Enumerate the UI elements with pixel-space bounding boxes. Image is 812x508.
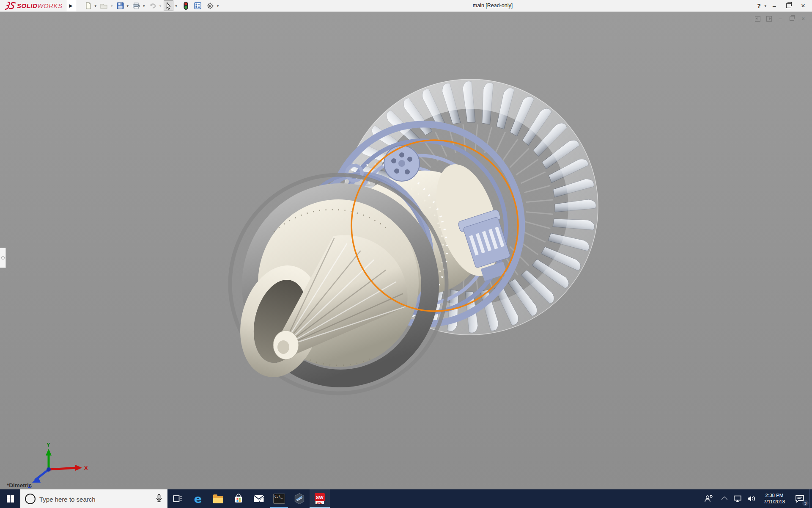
volume-button[interactable] [744, 489, 759, 508]
cone-tip-hole [277, 340, 289, 354]
tray-date: 7/11/2018 [764, 499, 785, 505]
orientation-triad: Y X Z [28, 442, 88, 489]
taskbar-search[interactable] [20, 489, 167, 508]
print-dropdown[interactable]: ▾ [143, 4, 145, 8]
tray-overflow-button[interactable] [718, 489, 731, 508]
print-button[interactable] [131, 0, 141, 11]
properties-list-icon [194, 2, 201, 9]
child-window-controls: – × [754, 15, 807, 22]
triad-x-label: X [84, 465, 88, 471]
chevron-up-icon [721, 497, 727, 502]
traffic-light-button[interactable] [182, 0, 189, 11]
menu-flyout-button[interactable]: ▶ [66, 0, 76, 11]
open-button[interactable] [99, 0, 109, 11]
store-icon [233, 494, 244, 504]
command-prompt-icon: C:\_ [273, 494, 285, 504]
undo-dropdown[interactable]: ▾ [159, 4, 162, 8]
system-tray: 2:38 PM 7/11/2018 3 [700, 489, 812, 508]
open-dropdown[interactable]: ▾ [111, 4, 113, 8]
solidworks-logo: SOLIDWORKS [0, 0, 66, 11]
solidworks-app-icon: SW 2017 [314, 493, 325, 504]
show-desktop-button[interactable] [809, 489, 812, 508]
network-icon [733, 495, 742, 502]
pane-left-icon [755, 16, 760, 22]
new-dropdown[interactable]: ▾ [95, 4, 97, 8]
network-button[interactable] [731, 489, 744, 508]
restore-icon [786, 3, 791, 8]
search-input[interactable] [38, 489, 150, 508]
view-orientation-label: *Dimetric [7, 482, 32, 489]
taskbar-app-hexagon[interactable] [289, 489, 310, 508]
minimize-button[interactable]: – [768, 1, 781, 11]
mail-icon [253, 494, 264, 503]
panel-tab-dot-icon [1, 256, 5, 260]
child-restore-icon [790, 17, 794, 21]
properties-list-button[interactable] [193, 0, 203, 11]
undo-button[interactable] [148, 0, 158, 11]
select-tool-button[interactable] [164, 0, 173, 11]
help-dropdown[interactable]: ▾ [764, 4, 766, 8]
undo-icon [149, 3, 156, 9]
taskbar-app-edge[interactable]: e [188, 489, 208, 508]
taskbar-app-command-prompt[interactable]: C:\_ [269, 489, 289, 508]
window-controls: ? ▾ – × [752, 0, 809, 11]
triad-y-label: Y [47, 442, 50, 448]
new-document-button[interactable] [84, 0, 93, 11]
start-button[interactable] [0, 489, 20, 508]
taskbar-app-mail[interactable] [249, 489, 269, 508]
child-minimize-button[interactable]: – [776, 15, 784, 22]
traffic-light-icon [184, 2, 188, 10]
options-gear-icon [206, 2, 214, 10]
bolt-flange [384, 146, 420, 181]
save-dropdown[interactable]: ▾ [127, 4, 129, 8]
file-explorer-icon [213, 496, 223, 503]
child-restore-button[interactable] [788, 15, 796, 22]
task-view-button[interactable] [167, 489, 188, 508]
cortana-icon [25, 494, 36, 504]
speaker-icon [747, 495, 756, 502]
titlebar: SOLIDWORKS ▶ ▾ ▾ [0, 0, 812, 12]
microphone-icon[interactable] [156, 494, 162, 505]
document-title: main [Read-only] [459, 0, 527, 11]
action-center-button[interactable]: 3 [790, 489, 809, 508]
solidworks-logo-glyph [4, 1, 17, 11]
help-button[interactable]: ? [752, 1, 765, 11]
engine-3d-model[interactable]: Y X Z [0, 12, 812, 489]
select-cursor-icon [165, 2, 172, 10]
people-button[interactable] [700, 489, 718, 508]
pane-left-button[interactable] [754, 15, 761, 22]
options-button[interactable] [205, 0, 215, 11]
taskbar-app-file-explorer[interactable] [208, 489, 228, 508]
edge-icon: e [194, 492, 202, 505]
print-icon [132, 3, 140, 9]
flyout-arrow-icon: ▶ [69, 3, 72, 8]
graphics-viewport[interactable]: Y X Z – × *Dimetric [0, 12, 812, 489]
pane-right-icon [766, 16, 772, 22]
notification-badge: 3 [802, 500, 809, 506]
taskbar-app-store[interactable] [228, 489, 249, 508]
clock[interactable]: 2:38 PM 7/11/2018 [759, 489, 790, 508]
tray-time: 2:38 PM [765, 492, 784, 499]
task-view-icon [173, 494, 182, 503]
windows-logo-icon [7, 495, 14, 502]
child-close-button[interactable]: × [799, 15, 807, 22]
select-dropdown[interactable]: ▾ [175, 4, 177, 8]
open-folder-icon [100, 3, 108, 9]
pane-right-button[interactable] [765, 15, 773, 22]
taskbar: e C:\_ [0, 489, 812, 508]
close-button[interactable]: × [797, 1, 809, 11]
taskbar-app-solidworks[interactable]: SW 2017 [310, 489, 330, 508]
panel-collapse-tab[interactable] [0, 248, 6, 268]
restore-button[interactable] [782, 1, 795, 11]
brand-text: SOLIDWORKS [17, 2, 63, 9]
people-icon [704, 494, 713, 503]
options-dropdown[interactable]: ▾ [217, 4, 219, 8]
hexagon-app-icon [294, 493, 305, 505]
new-document-icon [85, 2, 92, 9]
save-floppy-icon [117, 2, 124, 9]
save-button[interactable] [115, 0, 125, 11]
solidworks-window: SOLIDWORKS ▶ ▾ ▾ [0, 0, 812, 508]
quick-toolbar: ▾ ▾ ▾ [84, 0, 221, 11]
